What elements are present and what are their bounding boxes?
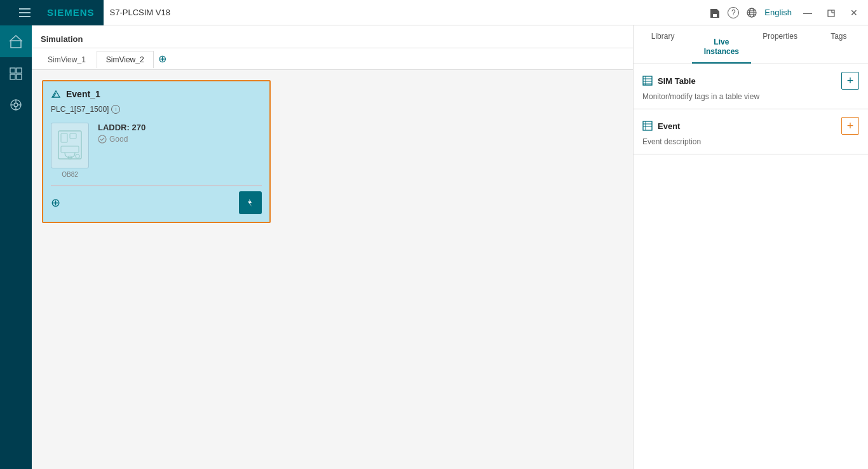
sidebar-item-home[interactable] (0, 25, 32, 57)
language-label[interactable]: English (764, 8, 792, 17)
plc-visual (51, 123, 89, 168)
svg-rect-15 (17, 74, 22, 79)
event-section: Event + Event description (634, 109, 868, 154)
svg-marker-31 (248, 199, 252, 207)
card-divider (51, 186, 262, 186)
simulation-header: Simulation (32, 25, 633, 48)
svg-rect-25 (61, 133, 67, 142)
minimize-btn[interactable]: — (799, 6, 816, 19)
save-icon[interactable] (710, 6, 720, 18)
block-label: OB82 (62, 171, 78, 178)
event-title: Event_1 (66, 89, 100, 99)
maximize-btn[interactable] (824, 6, 839, 19)
globe-icon[interactable] (747, 7, 757, 18)
event-section-title: Event (658, 121, 680, 131)
help-icon[interactable]: ? (728, 7, 739, 18)
card-plc: PLC_1[S7_1500] i (51, 105, 262, 114)
power-button[interactable] (239, 191, 262, 214)
sim-table-title-row: SIM Table (642, 76, 696, 86)
check-icon (98, 135, 107, 144)
sim-table-icon (642, 76, 653, 86)
panel-tab-tags[interactable]: Tags (810, 25, 868, 64)
plc-label: PLC_1[S7_1500] (51, 105, 109, 114)
svg-line-23 (55, 93, 56, 95)
card-header: Event_1 (51, 89, 262, 100)
panel-content: SIM Table + Monitor/modify tags in a tab… (634, 64, 868, 469)
status-label: Good (109, 135, 128, 144)
close-btn[interactable]: ✕ (846, 6, 862, 19)
sim-table-desc: Monitor/modify tags in a table view (642, 92, 859, 101)
event-icon (642, 121, 653, 132)
svg-point-30 (98, 135, 106, 143)
event-type-icon (51, 89, 61, 100)
add-tab-button[interactable]: ⊕ (155, 51, 170, 67)
event-section-header: Event + (642, 117, 859, 135)
svg-rect-8 (828, 10, 834, 17)
right-panel: Library LiveInstances Properties Tags (633, 25, 868, 469)
simulation-title: Simulation (41, 34, 83, 44)
panel-tab-properties[interactable]: Properties (751, 25, 810, 64)
card-body: OB82 LADDR: 270 Good (51, 123, 262, 178)
sim-table-add-button[interactable]: + (841, 72, 859, 90)
event-title-row: Event (642, 121, 680, 132)
header-right: ? English — ✕ (710, 6, 868, 19)
event-add-button[interactable]: + (841, 117, 859, 135)
svg-rect-11 (11, 41, 21, 48)
svg-rect-2 (19, 16, 31, 17)
panel-tab-live-instances[interactable]: LiveInstances (692, 25, 750, 64)
svg-rect-1 (19, 12, 31, 13)
event-desc: Event description (642, 137, 859, 146)
svg-rect-0 (19, 8, 31, 10)
app-name-area: S7-PLCSIM V18 (104, 8, 710, 17)
left-sidebar (0, 25, 32, 469)
laddr-value: LADDR: 270 (98, 123, 262, 132)
info-icon: i (111, 105, 120, 114)
app-container: Simulation SimView_1 SimView_2 ⊕ (0, 25, 868, 469)
status-row: Good (98, 135, 262, 144)
sim-table-section: SIM Table + Monitor/modify tags in a tab… (634, 64, 868, 109)
panel-tabs: Library LiveInstances Properties Tags (634, 25, 868, 64)
svg-rect-27 (61, 146, 79, 153)
company-logo: SIEMENS (47, 7, 95, 18)
svg-rect-14 (10, 74, 15, 79)
app-title: S7-PLCSIM V18 (110, 8, 170, 17)
card-details: LADDR: 270 Good (98, 123, 262, 144)
center-content: Simulation SimView_1 SimView_2 ⊕ (32, 25, 633, 469)
sidebar-logo-area: SIEMENS (0, 0, 104, 25)
sidebar-item-monitor[interactable] (0, 57, 32, 89)
sim-table-title: SIM Table (658, 76, 696, 86)
card-footer: ⊕ (51, 191, 262, 214)
panel-tab-library[interactable]: Library (634, 25, 692, 64)
tabs-bar: SimView_1 SimView_2 ⊕ (32, 48, 633, 70)
sim-table-header: SIM Table + (642, 72, 859, 90)
card-add-button[interactable]: ⊕ (51, 196, 60, 210)
event-card: Event_1 PLC_1[S7_1500] i (42, 80, 271, 223)
svg-rect-37 (643, 121, 652, 130)
svg-rect-13 (17, 68, 22, 73)
svg-point-17 (14, 103, 18, 107)
plc-visual-area: OB82 (51, 123, 89, 178)
svg-rect-12 (10, 68, 15, 73)
hamburger-menu[interactable] (9, 0, 41, 25)
sidebar-item-symbol[interactable] (0, 89, 32, 121)
svg-point-28 (76, 154, 79, 158)
tab-simview2[interactable]: SimView_2 (97, 51, 154, 68)
tab-simview1[interactable]: SimView_1 (38, 51, 95, 68)
svg-rect-26 (70, 133, 76, 139)
workspace: Event_1 PLC_1[S7_1500] i (32, 70, 633, 469)
app-header: SIEMENS S7-PLCSIM V18 ? English — (0, 0, 868, 25)
